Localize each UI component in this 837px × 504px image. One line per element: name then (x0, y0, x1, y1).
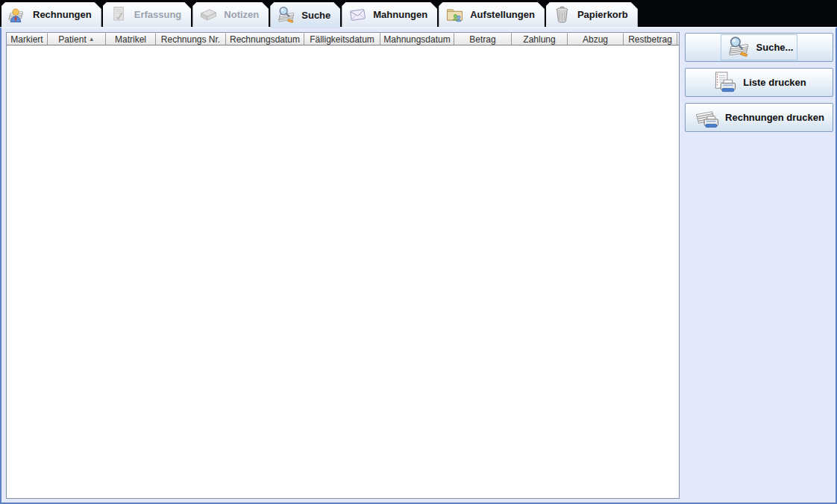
envelope-icon (348, 5, 368, 24)
trash-icon (552, 5, 572, 24)
tab-label: Mahnungen (373, 9, 427, 20)
column-label: Betrag (469, 34, 495, 45)
notes-icon (198, 5, 219, 24)
button-content: Rechnungen drucken (689, 104, 829, 130)
document-edit-icon (109, 5, 129, 24)
column-label: Matrikel (115, 34, 146, 45)
folder-users-icon (445, 5, 465, 24)
column-header-betrag[interactable]: Betrag (454, 33, 512, 45)
tab-label: Suche (301, 10, 330, 21)
column-label: Restbetrag (628, 34, 672, 45)
button-label: Liste drucken (743, 77, 806, 88)
print-list-icon (712, 71, 739, 94)
search-invoices-icon (276, 6, 296, 25)
tab-label: Papierkorb (577, 9, 628, 20)
tab-label: Erfassung (134, 9, 182, 20)
column-header-rechnungs-nr[interactable]: Rechnungs Nr. (156, 33, 226, 45)
table-header-row: MarkiertPatient▲MatrikelRechnungs Nr.Rec… (7, 33, 679, 45)
app-window: RechnungenErfassungNotizenSucheMahnungen… (0, 0, 837, 504)
tab-aufstellungen[interactable]: Aufstellungen (439, 2, 545, 27)
tab-bar: RechnungenErfassungNotizenSucheMahnungen… (0, 0, 837, 27)
invoice-table-panel: MarkiertPatient▲MatrikelRechnungs Nr.Rec… (6, 32, 680, 499)
column-header-patient[interactable]: Patient▲ (48, 33, 106, 45)
column-header-matrikel[interactable]: Matrikel (106, 33, 156, 45)
tab-rechnungen[interactable]: Rechnungen (1, 2, 101, 27)
column-label: Zahlung (523, 34, 555, 45)
column-header-zahlung[interactable]: Zahlung (512, 33, 568, 45)
column-header-filler (677, 33, 679, 45)
tab-notizen: Notizen (192, 2, 269, 27)
button-content: Suche... (721, 34, 798, 60)
tab-erfassung: Erfassung (103, 2, 192, 27)
column-label: Abzug (583, 34, 608, 45)
tab-label: Aufstellungen (470, 9, 535, 20)
tab-papierkorb[interactable]: Papierkorb (546, 2, 638, 27)
sort-ascending-icon: ▲ (89, 37, 95, 42)
column-header-mahnungsdatum[interactable]: Mahnungsdatum (380, 33, 454, 45)
button-label: Suche... (756, 42, 794, 53)
suche-button[interactable]: Suche... (685, 33, 833, 62)
tab-suche[interactable]: Suche (270, 2, 340, 28)
table-body (7, 45, 679, 498)
column-label: Rechnungsdatum (230, 34, 300, 45)
column-header-abzug[interactable]: Abzug (568, 33, 624, 45)
button-label: Rechnungen drucken (725, 112, 824, 123)
action-panel: Suche...Liste druckenRechnungen drucken (682, 28, 836, 132)
tab-label: Rechnungen (33, 9, 92, 20)
column-label: Rechnungs Nr. (161, 34, 220, 45)
rechnungen-drucken-button[interactable]: Rechnungen drucken (685, 103, 833, 132)
column-label: Markiert (10, 34, 43, 45)
print-invoices-icon (694, 106, 721, 129)
search-invoices-icon (725, 36, 752, 59)
tab-label: Notizen (224, 9, 259, 20)
column-header-rechnungsdatum[interactable]: Rechnungsdatum (226, 33, 304, 45)
column-label: Fälligkeitsdatum (310, 34, 374, 45)
content-area: MarkiertPatient▲MatrikelRechnungs Nr.Rec… (0, 27, 837, 504)
column-header-markiert[interactable]: Markiert (7, 33, 48, 45)
invoices-person-icon (7, 5, 28, 24)
button-content: Liste drucken (707, 69, 811, 95)
column-label: Patient (58, 34, 86, 45)
liste-drucken-button[interactable]: Liste drucken (685, 68, 833, 97)
column-label: Mahnungsdatum (383, 34, 450, 45)
column-header-fälligkeitsdatum[interactable]: Fälligkeitsdatum (304, 33, 380, 45)
tab-mahnungen[interactable]: Mahnungen (342, 2, 437, 27)
column-header-restbetrag[interactable]: Restbetrag (624, 33, 677, 45)
